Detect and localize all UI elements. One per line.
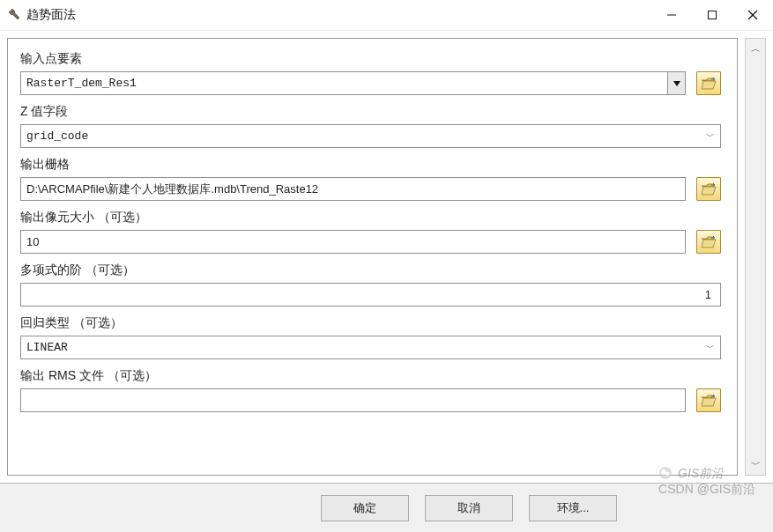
ok-button[interactable]: 确定 (321, 495, 409, 521)
field-input-points: 输入点要素 RasterT_dem_Res1 (20, 51, 721, 95)
field-z-value: Z 值字段 grid_code ﹀ (20, 104, 721, 148)
titlebar: 趋势面法 (0, 0, 773, 31)
label-input-points: 输入点要素 (20, 51, 721, 67)
cancel-button[interactable]: 取消 (425, 495, 513, 521)
browse-input-points-button[interactable] (696, 71, 721, 95)
scroll-up-icon[interactable]: ︿ (751, 42, 761, 55)
z-value-text: grid_code (26, 129, 88, 143)
maximize-button[interactable] (692, 0, 732, 30)
form-panel: 输入点要素 RasterT_dem_Res1 Z 值字段 gri (7, 38, 738, 476)
folder-open-icon (701, 183, 717, 196)
field-rms-file: 输出 RMS 文件 （可选） (20, 368, 721, 412)
close-button[interactable] (732, 0, 773, 30)
label-output-raster: 输出栅格 (20, 157, 721, 173)
z-value-select[interactable]: grid_code ﹀ (20, 124, 721, 148)
regression-select[interactable]: LINEAR ﹀ (20, 336, 721, 359)
cell-size-input[interactable] (20, 230, 686, 254)
poly-order-input[interactable] (20, 283, 721, 307)
label-rms-file: 输出 RMS 文件 （可选） (20, 368, 721, 384)
input-points-value: RasterT_dem_Res1 (21, 72, 667, 94)
hammer-icon (7, 7, 21, 24)
browse-cell-size-button[interactable] (696, 230, 721, 254)
environments-button[interactable]: 环境... (529, 495, 617, 521)
field-poly-order: 多项式的阶 （可选） (20, 262, 721, 307)
output-raster-input[interactable] (20, 177, 686, 201)
label-regression: 回归类型 （可选） (20, 315, 721, 331)
field-regression: 回归类型 （可选） LINEAR ﹀ (20, 315, 721, 359)
dropdown-icon[interactable] (667, 72, 685, 94)
rms-file-input[interactable] (20, 388, 686, 412)
label-cell-size: 输出像元大小 （可选） (20, 210, 721, 225)
window-controls (651, 0, 773, 30)
label-z-value: Z 值字段 (20, 104, 721, 120)
regression-text: LINEAR (26, 341, 68, 354)
chevron-down-icon: ﹀ (706, 342, 715, 354)
chevron-down-icon: ﹀ (706, 130, 715, 143)
footer-bar: 确定 取消 环境... 显示帮助>> (0, 483, 773, 532)
svg-rect-1 (709, 11, 717, 19)
scroll-down-icon[interactable]: ﹀ (751, 458, 761, 471)
input-points-combo[interactable]: RasterT_dem_Res1 (20, 71, 686, 95)
browse-output-raster-button[interactable] (696, 177, 721, 201)
field-cell-size: 输出像元大小 （可选） (20, 210, 721, 254)
folder-open-icon (701, 78, 717, 90)
minimize-button[interactable] (651, 0, 692, 30)
label-poly-order: 多项式的阶 （可选） (20, 262, 721, 278)
svg-marker-4 (673, 81, 680, 86)
scrollbar[interactable]: ︿ ﹀ (745, 38, 766, 476)
client-area: 输入点要素 RasterT_dem_Res1 Z 值字段 gri (0, 31, 773, 483)
field-output-raster: 输出栅格 (20, 157, 721, 201)
folder-open-icon (701, 236, 717, 248)
browse-rms-file-button[interactable] (696, 388, 721, 412)
window-title: 趋势面法 (26, 7, 651, 23)
folder-open-icon (701, 395, 717, 407)
